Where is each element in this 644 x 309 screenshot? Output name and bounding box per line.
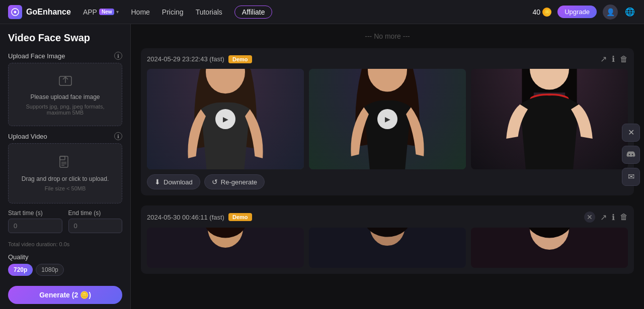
delete-icon-1[interactable]: 🗑 [620, 213, 628, 222]
logo[interactable]: GoEnhance [8, 5, 71, 19]
upload-video-section: Upload Video ℹ Drag and drop or click to… [8, 132, 122, 203]
regenerate-button-0[interactable]: ↺ Re-generate [204, 174, 265, 189]
coin-icon: 🪙 [542, 8, 551, 17]
download-label: Download [164, 178, 193, 186]
demo-badge-1: Demo [228, 213, 252, 221]
avatar[interactable]: 👤 [603, 5, 618, 20]
history-item-1: 2024-05-30 00:46:11 (fast) Demo ✕ ↗ ℹ 🗑 [141, 205, 634, 274]
nav-home[interactable]: Home [131, 8, 149, 16]
nav-app-badge: New [99, 9, 115, 15]
sidebar: Video Face Swap Upload Face Image ℹ Plea… [0, 24, 131, 309]
delete-icon-0[interactable]: 🗑 [620, 55, 628, 64]
generate-label: Generate (2 🪙) [39, 291, 91, 299]
history-item-0: 2024-05-29 23:22:43 (fast) Demo ↗ ℹ 🗑 [141, 48, 634, 195]
history-date-1: 2024-05-30 00:46:11 (fast) [147, 214, 224, 221]
close-float-button[interactable]: ✕ [622, 124, 640, 142]
history-actions-1: ✕ ↗ ℹ 🗑 [584, 212, 628, 223]
upload-face-main-text: Please upload face image [30, 93, 100, 100]
nav-links: Home Pricing Tutorials Affiliate [131, 6, 520, 19]
download-icon: ⬇ [154, 178, 160, 186]
upload-face-box[interactable]: Please upload face image Supports jpg, p… [8, 63, 122, 126]
logo-text: GoEnhance [26, 8, 71, 17]
video-thumb-1-1[interactable] [309, 228, 466, 268]
history-header-1: 2024-05-30 00:46:11 (fast) Demo ✕ ↗ ℹ 🗑 [147, 212, 628, 223]
content-area: --- No more --- 2024-05-29 23:22:43 (fas… [131, 24, 644, 309]
sidebar-title: Video Face Swap [8, 32, 122, 44]
mail-float-button[interactable]: ✉ [622, 168, 640, 186]
navbar: GoEnhance APP New ▾ Home Pricing Tutoria… [0, 0, 644, 24]
video-thumb-1-0[interactable] [147, 228, 304, 268]
quality-720p[interactable]: 720p [8, 264, 33, 276]
upload-video-icon [58, 155, 72, 172]
upload-face-info-icon[interactable]: ℹ [114, 52, 122, 60]
globe-icon[interactable]: 🌐 [624, 6, 636, 18]
discord-float-button[interactable] [622, 146, 640, 164]
end-time-field: End time (s) [68, 210, 123, 233]
close-icon-1[interactable]: ✕ [584, 212, 595, 223]
quality-section: Quality 720p 1080p [8, 253, 122, 280]
start-time-field: Start time (s) [8, 210, 62, 233]
generate-button[interactable]: Generate (2 🪙) [8, 286, 122, 304]
history-meta-0: 2024-05-29 23:22:43 (fast) Demo [147, 55, 252, 63]
svg-rect-4 [60, 156, 65, 160]
svg-rect-3 [60, 156, 68, 167]
nav-pricing[interactable]: Pricing [162, 8, 184, 16]
upload-face-icon [58, 73, 72, 90]
regenerate-label: Re-generate [221, 178, 257, 186]
start-time-input[interactable] [8, 219, 62, 233]
history-meta-1: 2024-05-30 00:46:11 (fast) Demo [147, 213, 252, 221]
video-grid-1 [147, 228, 628, 268]
duration-hint: Total video duration: 0.0s [8, 241, 122, 247]
nav-right: 40 🪙 Upgrade 👤 🌐 [533, 5, 636, 20]
nav-app-label: APP [83, 8, 97, 16]
bottom-actions-0: ⬇ Download ↺ Re-generate [147, 174, 628, 189]
start-time-label: Start time (s) [8, 210, 62, 217]
share-icon-1[interactable]: ↗ [600, 213, 607, 222]
upgrade-button[interactable]: Upgrade [557, 6, 597, 18]
no-more-text: --- No more --- [141, 32, 634, 40]
history-header-0: 2024-05-29 23:22:43 (fast) Demo ↗ ℹ 🗑 [147, 54, 628, 64]
video-thumb-0-0[interactable]: ▶ [147, 69, 304, 169]
upload-video-main-text: Drag and drop or click to upload. [22, 175, 109, 182]
nav-tutorials[interactable]: Tutorials [196, 8, 222, 16]
upload-video-header: Upload Video ℹ [8, 132, 122, 140]
info-icon-1[interactable]: ℹ [612, 213, 615, 222]
history-date-0: 2024-05-29 23:22:43 (fast) [147, 55, 224, 63]
time-row: Start time (s) End time (s) [8, 210, 122, 233]
history-actions-0: ↗ ℹ 🗑 [600, 54, 628, 64]
quality-1080p[interactable]: 1080p [36, 264, 63, 276]
credit-display: 40 🪙 [533, 8, 552, 17]
play-button-0-1[interactable]: ▶ [377, 109, 397, 129]
video-thumb-1-2 [471, 228, 628, 268]
upload-face-label: Upload Face Image [8, 52, 65, 60]
end-time-label: End time (s) [68, 210, 123, 217]
side-float-panel: ✕ ✉ [618, 120, 644, 190]
info-icon-0[interactable]: ℹ [612, 54, 615, 64]
upload-face-sub-text: Supports jpg, png, jpeg formats, maximum… [15, 104, 116, 116]
logo-icon [8, 5, 22, 19]
credit-amount: 40 [533, 8, 541, 16]
share-icon-0[interactable]: ↗ [600, 54, 607, 64]
download-button-0[interactable]: ⬇ Download [147, 174, 200, 189]
video-thumb-0-1[interactable]: ▶ [309, 69, 466, 169]
video-grid-0: ▶ [147, 69, 628, 169]
upload-video-sub-text: File size < 50MB [45, 185, 86, 191]
upload-face-header: Upload Face Image ℹ [8, 52, 122, 60]
chevron-down-icon: ▾ [116, 9, 119, 15]
nav-app-menu[interactable]: APP New ▾ [83, 8, 119, 16]
upload-video-box[interactable]: Drag and drop or click to upload. File s… [8, 143, 122, 203]
regenerate-icon: ↺ [212, 178, 218, 186]
main-layout: Video Face Swap Upload Face Image ℹ Plea… [0, 24, 644, 309]
demo-badge-0: Demo [228, 55, 252, 63]
quality-label: Quality [8, 253, 122, 261]
video-thumb-0-2 [471, 69, 628, 169]
end-time-input[interactable] [68, 219, 123, 233]
upload-face-section: Upload Face Image ℹ Please upload face i… [8, 52, 122, 126]
nav-affiliate[interactable]: Affiliate [234, 6, 273, 19]
upload-video-label: Upload Video [8, 133, 47, 140]
upload-video-info-icon[interactable]: ℹ [114, 132, 122, 140]
play-button-0-0[interactable]: ▶ [215, 109, 235, 129]
quality-tabs: 720p 1080p [8, 264, 122, 276]
